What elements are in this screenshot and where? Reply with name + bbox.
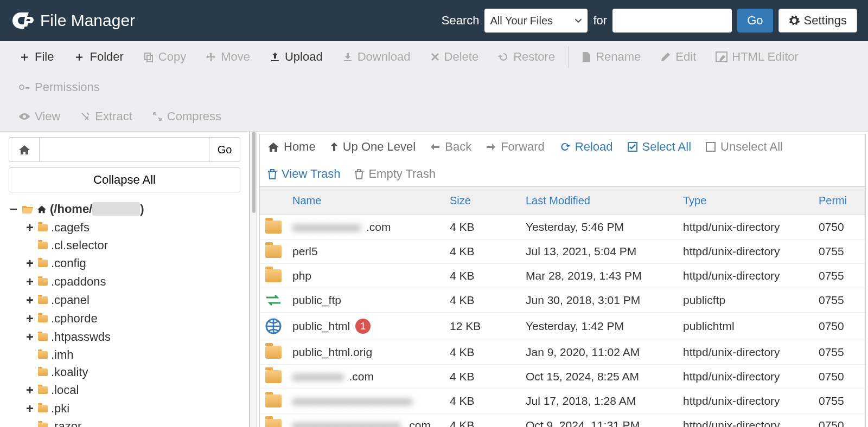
col-header-type[interactable]: Type bbox=[678, 187, 813, 215]
nav-up[interactable]: Up One Level bbox=[330, 140, 416, 154]
nav-select-all[interactable]: Select All bbox=[627, 140, 692, 154]
row-type: httpd/unix-directory bbox=[678, 413, 813, 427]
extract-button[interactable]: Extract bbox=[70, 102, 142, 131]
col-header-modified[interactable]: Last Modified bbox=[520, 187, 678, 215]
collapse-icon[interactable]: − bbox=[9, 202, 18, 217]
tree-item[interactable]: .razor bbox=[9, 418, 240, 427]
row-modified: Jun 30, 2018, 3:01 PM bbox=[520, 288, 678, 312]
row-size: 4 KB bbox=[444, 264, 520, 288]
path-input[interactable] bbox=[39, 137, 209, 162]
table-row[interactable]: php 4 KB Mar 28, 2019, 1:43 PM httpd/uni… bbox=[260, 264, 865, 288]
collapse-all-button[interactable]: Collapse All bbox=[9, 167, 240, 192]
tree-item[interactable]: + .local bbox=[9, 381, 240, 399]
settings-label: Settings bbox=[804, 14, 847, 28]
view-button[interactable]: View bbox=[9, 102, 70, 131]
edit-button[interactable]: Edit bbox=[650, 42, 706, 72]
expand-icon[interactable]: + bbox=[25, 274, 35, 289]
table-row[interactable]: xxxxxxxxxxxxxxxxxxx.com 4 KB Oct 9, 2024… bbox=[260, 413, 865, 427]
new-file-button[interactable]: ＋File bbox=[9, 41, 63, 73]
compress-button[interactable]: Compress bbox=[142, 102, 231, 131]
nav-back[interactable]: Back bbox=[430, 140, 471, 154]
settings-button[interactable]: Settings bbox=[778, 9, 858, 33]
tree-item[interactable]: + .cagefs bbox=[9, 218, 240, 237]
html-editor-button[interactable]: HTML Editor bbox=[706, 42, 808, 72]
tree-item-label: .local bbox=[51, 383, 79, 397]
tree-root[interactable]: − (/home/XXXXXX) bbox=[9, 200, 240, 218]
expand-icon[interactable]: + bbox=[25, 256, 35, 271]
col-header-name[interactable]: Name bbox=[287, 187, 444, 215]
row-icon bbox=[260, 389, 287, 413]
row-permissions: 0755 bbox=[813, 288, 851, 312]
search-go-button[interactable]: Go bbox=[737, 9, 773, 33]
row-permissions: 0755 bbox=[813, 389, 851, 413]
nav-forward[interactable]: Forward bbox=[486, 140, 545, 154]
rename-button[interactable]: Rename bbox=[572, 42, 650, 72]
new-folder-button[interactable]: ＋Folder bbox=[63, 41, 133, 73]
table-row[interactable]: public_ftp 4 KB Jun 30, 2018, 3:01 PM pu… bbox=[260, 288, 865, 313]
row-permissions: 0755 bbox=[813, 264, 851, 288]
tree-item[interactable]: + .cphorde bbox=[9, 309, 240, 328]
logo: File Manager bbox=[11, 9, 135, 32]
row-modified: Mar 28, 2019, 1:43 PM bbox=[520, 264, 678, 288]
expand-icon[interactable]: + bbox=[25, 311, 35, 326]
tree-item[interactable]: + .htpasswds bbox=[9, 328, 240, 346]
expand-icon[interactable]: + bbox=[25, 293, 35, 308]
table-row[interactable]: xxxxxxxxx.com 4 KB Oct 15, 2024, 8:25 AM… bbox=[260, 365, 865, 389]
tree-item[interactable]: + .cpaddons bbox=[9, 273, 240, 291]
search-scope-select[interactable]: All Your Files bbox=[484, 9, 588, 33]
tree-item[interactable]: .imh bbox=[9, 346, 240, 364]
table-row[interactable]: perl5 4 KB Jul 13, 2021, 5:04 PM httpd/u… bbox=[260, 240, 865, 264]
restore-button[interactable]: Restore bbox=[488, 42, 565, 72]
row-modified: Jan 9, 2020, 11:02 AM bbox=[520, 340, 678, 364]
folder-icon bbox=[38, 260, 48, 267]
splitter[interactable] bbox=[250, 132, 257, 427]
table-row[interactable]: xxxxxxxxxxxxxxxxxxxxx 4 KB Jul 17, 2018,… bbox=[260, 389, 865, 413]
expand-icon[interactable]: + bbox=[25, 220, 35, 235]
col-header-permissions[interactable]: Permi bbox=[813, 187, 851, 215]
delete-button[interactable]: Delete bbox=[420, 42, 489, 72]
upload-button[interactable]: Upload bbox=[260, 42, 333, 72]
cpanel-icon bbox=[11, 9, 34, 32]
nav-view-trash[interactable]: View Trash bbox=[267, 167, 340, 181]
table-row[interactable]: xxxxxxxxxxxx.com 4 KB Yesterday, 5:46 PM… bbox=[260, 215, 865, 240]
row-size: 4 KB bbox=[444, 215, 520, 239]
folder-icon bbox=[265, 346, 282, 359]
tree-item[interactable]: .cl.selector bbox=[9, 237, 240, 254]
tree-item[interactable]: + .config bbox=[9, 254, 240, 273]
tree-item[interactable]: + .pki bbox=[9, 399, 240, 418]
row-name: xxxxxxxxx.com bbox=[287, 365, 444, 389]
path-go-button[interactable]: Go bbox=[209, 137, 240, 162]
key-icon bbox=[18, 82, 30, 93]
nav-home[interactable]: Home bbox=[267, 140, 316, 154]
expand-icon[interactable]: + bbox=[25, 329, 35, 345]
nav-reload[interactable]: Reload bbox=[559, 140, 613, 154]
permissions-button[interactable]: Permissions bbox=[9, 73, 110, 102]
folder-icon bbox=[38, 278, 48, 286]
table-row[interactable]: public_html.orig 4 KB Jan 9, 2020, 11:02… bbox=[260, 340, 865, 365]
arrow-right-icon bbox=[486, 143, 496, 151]
row-permissions: 0755 bbox=[813, 340, 851, 364]
main-area: Go Collapse All − (/home/XXXXXX) + .cage… bbox=[0, 132, 868, 427]
svg-rect-5 bbox=[706, 143, 715, 151]
nav-unselect-all[interactable]: Unselect All bbox=[705, 140, 783, 154]
expand-icon[interactable]: + bbox=[25, 401, 35, 416]
expand-icon[interactable]: + bbox=[25, 383, 35, 398]
folder-icon bbox=[38, 224, 48, 231]
move-button[interactable]: Move bbox=[196, 42, 260, 72]
tree-item[interactable]: .koality bbox=[9, 364, 240, 381]
nav-empty-trash[interactable]: Empty Trash bbox=[354, 167, 435, 181]
reload-icon bbox=[559, 141, 571, 152]
row-modified: Yesterday, 1:42 PM bbox=[520, 314, 678, 338]
table-row[interactable]: public_html1 12 KB Yesterday, 1:42 PM pu… bbox=[260, 313, 865, 340]
row-size: 4 KB bbox=[444, 288, 520, 312]
tree-item[interactable]: + .cpanel bbox=[9, 291, 240, 309]
download-button[interactable]: Download bbox=[333, 42, 420, 72]
tree-item-label: .razor bbox=[51, 419, 81, 427]
grid-header: Name Size Last Modified Type Permi bbox=[260, 187, 865, 215]
search-input[interactable] bbox=[612, 9, 732, 33]
row-icon bbox=[260, 288, 287, 312]
row-name: public_html1 bbox=[287, 313, 444, 339]
copy-button[interactable]: Copy bbox=[133, 42, 196, 72]
home-path-button[interactable] bbox=[9, 137, 39, 162]
col-header-size[interactable]: Size bbox=[444, 187, 520, 215]
